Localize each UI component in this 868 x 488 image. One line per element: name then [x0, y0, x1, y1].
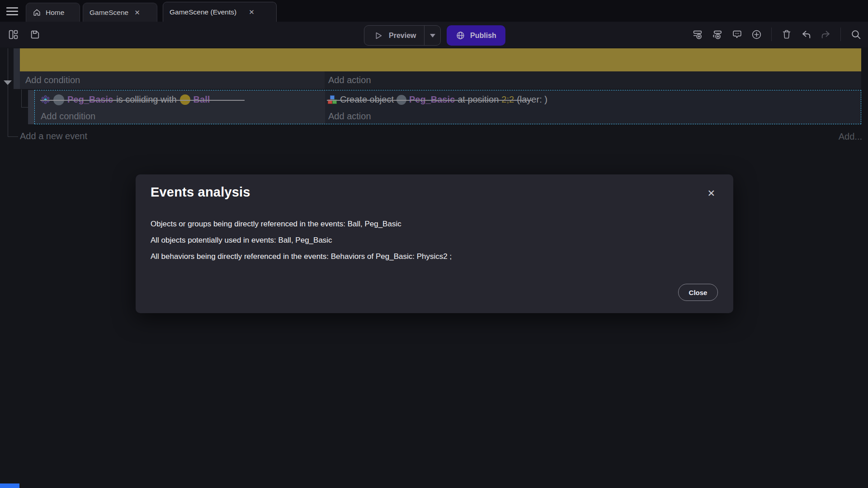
physics-behavior-icon — [41, 95, 50, 104]
action-verb: Create object — [340, 94, 394, 105]
condition-object2: Ball — [193, 94, 210, 105]
preview-button-group: Preview — [364, 25, 441, 46]
toolbar-divider — [840, 28, 841, 41]
add-comment-icon[interactable] — [730, 28, 744, 41]
tab-gamescene-label: GameScene — [90, 9, 128, 17]
add-condition-label: Add condition — [41, 111, 95, 122]
add-action-label: Add action — [328, 75, 371, 85]
search-icon[interactable] — [849, 28, 863, 41]
preview-label: Preview — [389, 32, 416, 40]
action-layer-text: (layer: ) — [517, 94, 547, 105]
event-tree-line — [8, 48, 8, 137]
dialog-body: Objects or groups being directly referen… — [151, 216, 452, 265]
action-text: at position — [458, 94, 499, 105]
subevent-selected: Peg_Basic is colliding with Ball Add con… — [34, 90, 861, 124]
globe-icon — [456, 31, 465, 40]
collapse-event-icon[interactable] — [4, 80, 12, 85]
add-condition-row[interactable]: Add condition — [35, 109, 325, 124]
publish-button[interactable]: Publish — [447, 25, 505, 46]
chevron-down-icon — [429, 33, 436, 38]
action-object: Peg_Basic — [409, 94, 455, 105]
add-condition-label: Add condition — [25, 75, 80, 85]
event-margin[interactable] — [14, 71, 20, 89]
add-action-row[interactable]: Add action — [325, 71, 861, 89]
peg-basic-object-icon — [396, 95, 406, 105]
preview-options-button[interactable] — [424, 26, 440, 45]
bottom-left-blue-strip — [0, 483, 19, 488]
publish-label: Publish — [470, 32, 496, 40]
tab-gamescene-events-label: GameScene (Events) — [170, 8, 236, 16]
analysis-line-behaviors: All behaviors being directly referenced … — [151, 249, 452, 265]
create-object-icon — [327, 95, 337, 105]
subevent-actions-column: Create object Peg_Basic at position 2;2 … — [325, 90, 861, 124]
delete-icon[interactable] — [780, 28, 793, 41]
events-analysis-dialog: Events analysis ✕ Objects or groups bein… — [136, 174, 733, 313]
undo-icon[interactable] — [799, 28, 813, 41]
condition-collision[interactable]: Peg_Basic is colliding with Ball — [35, 90, 325, 109]
add-condition-row[interactable]: Add condition — [20, 71, 325, 89]
comment-event-selected[interactable] — [20, 48, 861, 71]
event-tree-line — [8, 136, 18, 137]
home-icon — [33, 8, 41, 17]
close-button[interactable]: Close — [678, 284, 718, 301]
add-action-row[interactable]: Add action — [325, 109, 861, 124]
main-menu-icon[interactable] — [5, 6, 19, 17]
tab-bar: Home GameScene ✕ GameScene (Events) ✕ — [0, 0, 868, 22]
tab-home-label: Home — [46, 9, 64, 17]
redo-icon[interactable] — [819, 28, 832, 41]
right-toolbar-group — [691, 28, 863, 41]
subevent-conditions-column: Peg_Basic is colliding with Ball Add con… — [35, 90, 325, 124]
close-icon[interactable]: ✕ — [705, 186, 717, 201]
add-more-link[interactable]: Add... — [839, 131, 862, 142]
toggle-panels-icon[interactable] — [6, 28, 20, 41]
add-action-label: Add action — [328, 111, 371, 122]
events-toolbar: Preview Publish — [0, 22, 868, 47]
gdevelop-window: Home GameScene ✕ GameScene (Events) ✕ — [0, 0, 868, 488]
condition-object1: Peg_Basic — [67, 94, 113, 105]
subevent-tree-line — [21, 107, 28, 108]
save-icon[interactable] — [28, 28, 42, 41]
subevent-margin[interactable] — [28, 90, 34, 124]
tab-close-icon[interactable]: ✕ — [247, 8, 256, 16]
peg-basic-object-icon — [53, 94, 64, 105]
add-other-event-icon[interactable] — [750, 28, 763, 41]
add-event-icon[interactable] — [691, 28, 705, 41]
ball-object-icon — [180, 94, 190, 105]
action-position-value: 2;2 — [501, 94, 514, 105]
play-icon — [373, 31, 383, 41]
analysis-line-objects-referenced: Objects or groups being directly referen… — [151, 216, 452, 232]
preview-button[interactable]: Preview — [364, 26, 424, 45]
action-create-object[interactable]: Create object Peg_Basic at position 2;2 … — [325, 90, 861, 109]
subevent-tree-line — [21, 89, 22, 108]
add-subevent-icon[interactable] — [711, 28, 724, 41]
analysis-line-objects-used: All objects potentially used in events: … — [151, 232, 452, 249]
tab-gamescene-events[interactable]: GameScene (Events) ✕ — [163, 2, 277, 22]
tab-gamescene[interactable]: GameScene ✕ — [83, 3, 157, 22]
tab-home[interactable]: Home — [26, 3, 80, 22]
dialog-title: Events analysis — [151, 185, 250, 200]
comment-event-margin[interactable] — [14, 48, 20, 71]
left-toolbar-group — [6, 28, 42, 41]
tab-close-icon[interactable]: ✕ — [133, 8, 142, 17]
add-new-event-link[interactable]: Add a new event — [20, 131, 87, 141]
toolbar-divider — [771, 28, 772, 41]
condition-text: is colliding with — [116, 94, 176, 105]
